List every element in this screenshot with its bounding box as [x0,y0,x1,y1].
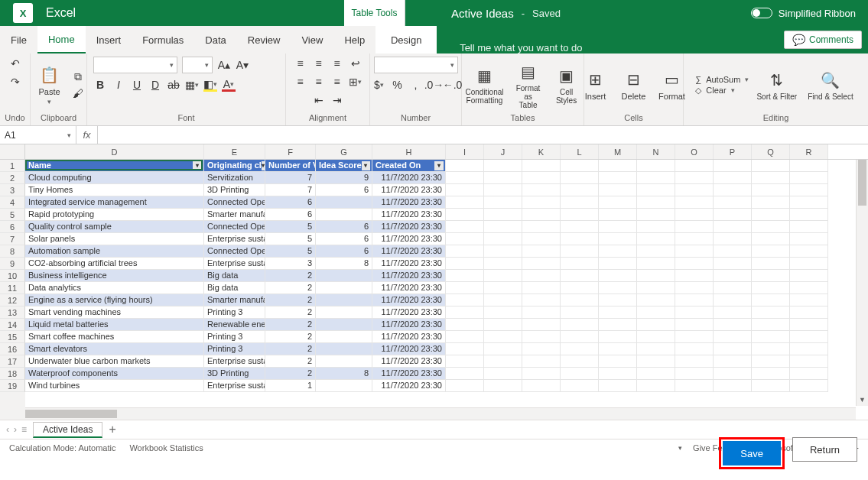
data-cell[interactable] [637,209,675,221]
data-cell[interactable]: 6 [265,209,316,221]
data-cell[interactable] [484,294,522,306]
data-cell[interactable]: 2 [265,306,316,319]
row-header[interactable]: 1 [0,160,25,172]
data-cell[interactable]: Connected Oper [204,245,265,258]
data-cell[interactable] [446,282,484,294]
autosum-button[interactable]: ∑AutoSum▾ [695,75,749,84]
data-cell[interactable] [522,331,561,343]
data-cell[interactable] [484,258,522,270]
data-cell[interactable] [446,319,484,331]
tab-insert[interactable]: Insert [86,26,132,54]
data-cell[interactable] [714,343,752,355]
tab-help[interactable]: Help [333,26,375,54]
data-cell[interactable]: 11/7/2020 23:30 [372,184,446,196]
data-cell[interactable] [714,380,752,392]
data-cell[interactable]: 3 [265,258,316,270]
tell-me-search[interactable]: Tell me what you want to do [437,42,778,54]
data-cell[interactable] [484,306,522,319]
data-cell[interactable] [714,282,752,294]
column-header[interactable]: D [25,144,204,159]
data-cell[interactable]: Enterprise susta [204,380,265,392]
header-cell[interactable] [714,160,752,172]
data-cell[interactable] [714,196,752,209]
data-cell[interactable] [790,380,828,392]
data-cell[interactable] [561,331,599,343]
data-cell[interactable] [446,196,484,209]
header-cell[interactable] [790,160,828,172]
header-cell[interactable]: Name▾ [25,160,204,172]
data-cell[interactable] [752,270,790,282]
align-center-icon[interactable]: ≡ [312,75,326,89]
header-cell[interactable] [599,160,637,172]
data-cell[interactable] [714,233,752,245]
data-cell[interactable] [752,221,790,233]
row-header[interactable]: 2 [0,172,25,184]
delete-cells-button[interactable]: ⊟Delete [617,67,651,102]
column-header[interactable]: G [316,144,372,159]
data-cell[interactable] [316,331,372,343]
vertical-scrollbar[interactable]: ▲ ▼ [856,160,868,406]
data-cell[interactable] [561,380,599,392]
align-right-icon[interactable]: ≡ [330,75,344,89]
data-cell[interactable]: CO2-absorbing artificial trees [25,258,204,270]
data-cell[interactable] [790,306,828,319]
name-box[interactable]: A1▾ [0,126,76,144]
data-cell[interactable]: 6 [316,233,372,245]
data-cell[interactable]: 11/7/2020 23:30 [372,270,446,282]
clear-button[interactable]: ◇Clear▾ [695,86,749,96]
paste-button[interactable]: 📋 Paste ▾ [33,63,67,107]
data-cell[interactable] [522,209,561,221]
data-cell[interactable] [522,368,561,380]
data-cell[interactable] [714,209,752,221]
row-header[interactable]: 13 [0,306,25,319]
data-cell[interactable] [790,270,828,282]
data-cell[interactable] [714,245,752,258]
filter-dropdown-icon[interactable]: ▾ [434,161,444,170]
data-cell[interactable] [446,380,484,392]
data-cell[interactable]: 2 [265,319,316,331]
data-cell[interactable]: 11/7/2020 23:30 [372,294,446,306]
data-cell[interactable]: Big data [204,270,265,282]
simplified-ribbon-toggle[interactable] [751,8,772,18]
data-cell[interactable] [637,380,675,392]
data-cell[interactable] [484,184,522,196]
data-cell[interactable] [522,245,561,258]
data-cell[interactable] [675,172,714,184]
data-cell[interactable] [790,184,828,196]
data-cell[interactable] [446,343,484,355]
data-cell[interactable]: Enterprise susta [204,258,265,270]
data-cell[interactable]: 2 [265,270,316,282]
data-cell[interactable] [599,245,637,258]
currency-icon[interactable]: $▾ [372,78,386,92]
sort-filter-button[interactable]: ⇅Sort & Filter [753,68,800,102]
data-cell[interactable] [675,355,714,368]
data-cell[interactable] [790,343,828,355]
filter-dropdown-icon[interactable]: ▾ [362,161,370,170]
data-cell[interactable]: Printing 3 [204,343,265,355]
data-cell[interactable] [752,294,790,306]
data-cell[interactable] [599,331,637,343]
data-cell[interactable] [599,270,637,282]
data-cell[interactable] [522,221,561,233]
format-as-table-button[interactable]: ▤Format as Table [512,60,545,111]
data-cell[interactable] [599,221,637,233]
data-cell[interactable] [484,380,522,392]
filter-dropdown-icon[interactable]: ▾ [262,161,265,170]
tab-file[interactable]: File [0,26,37,54]
data-cell[interactable] [561,282,599,294]
data-cell[interactable] [752,258,790,270]
comma-icon[interactable]: , [409,78,423,92]
data-cell[interactable] [675,221,714,233]
data-cell[interactable]: 3D Printing [204,184,265,196]
find-select-button[interactable]: 🔍Find & Select [805,68,856,102]
tab-view[interactable]: View [291,26,333,54]
fx-icon[interactable]: fx [76,126,98,144]
font-family-select[interactable]: ▾ [93,57,177,73]
data-cell[interactable] [714,331,752,343]
data-cell[interactable]: 11/7/2020 23:30 [372,319,446,331]
data-cell[interactable]: Data analytics [25,282,204,294]
data-cell[interactable] [446,270,484,282]
data-cell[interactable] [675,319,714,331]
underline-icon[interactable]: U [130,78,144,92]
data-cell[interactable]: Servitization [204,172,265,184]
